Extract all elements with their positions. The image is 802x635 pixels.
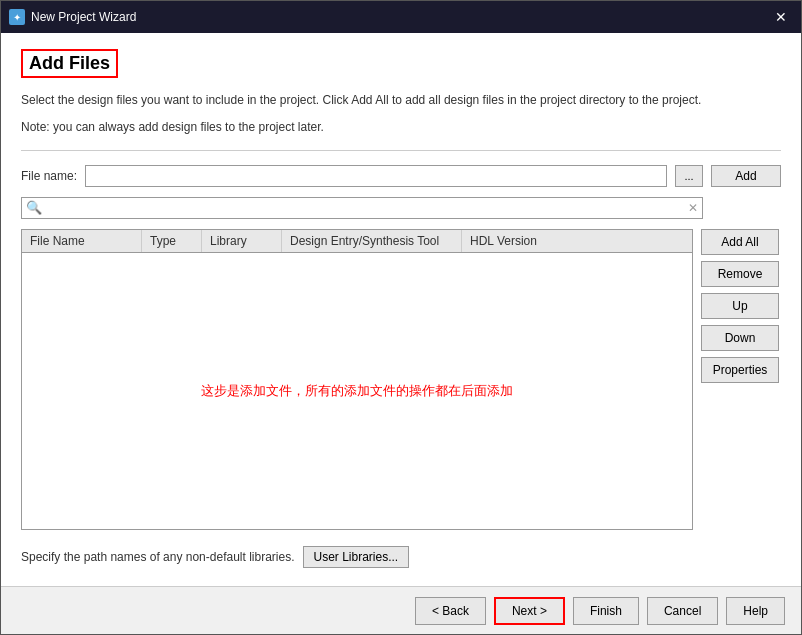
col-header-type: Type: [142, 230, 202, 252]
file-table: File Name Type Library Design Entry/Synt…: [21, 229, 693, 530]
section-header: Add Files: [21, 49, 781, 82]
user-libraries-button[interactable]: User Libraries...: [303, 546, 410, 568]
browse-button[interactable]: ...: [675, 165, 703, 187]
search-wrapper: 🔍 ✕: [21, 197, 703, 219]
col-header-library: Library: [202, 230, 282, 252]
description2: Note: you can always add design files to…: [21, 119, 781, 136]
search-input[interactable]: [46, 198, 688, 218]
empty-table-message: 这步是添加文件，所有的添加文件的操作都在后面添加: [201, 382, 513, 400]
table-body: 这步是添加文件，所有的添加文件的操作都在后面添加: [22, 253, 692, 529]
remove-button[interactable]: Remove: [701, 261, 779, 287]
description1: Select the design files you want to incl…: [21, 92, 781, 109]
title-bar-left: ✦ New Project Wizard: [9, 9, 136, 25]
right-button-panel: Add All Remove Up Down Properties: [701, 229, 781, 530]
add-button[interactable]: Add: [711, 165, 781, 187]
file-name-row: File name: ... Add: [21, 165, 781, 187]
col-header-design: Design Entry/Synthesis Tool: [282, 230, 462, 252]
libraries-description: Specify the path names of any non-defaul…: [21, 550, 295, 564]
back-button[interactable]: < Back: [415, 597, 486, 625]
add-all-button[interactable]: Add All: [701, 229, 779, 255]
col-header-hdl: HDL Version: [462, 230, 562, 252]
window-title: New Project Wizard: [31, 10, 136, 24]
search-icon: 🔍: [26, 200, 42, 215]
clear-search-icon[interactable]: ✕: [688, 201, 698, 215]
main-content-area: File Name Type Library Design Entry/Synt…: [21, 229, 781, 530]
content-area: Add Files Select the design files you wa…: [1, 33, 801, 586]
section-title: Add Files: [21, 49, 118, 78]
file-name-input[interactable]: [85, 165, 667, 187]
main-window: ✦ New Project Wizard ✕ Add Files Select …: [0, 0, 802, 635]
finish-button[interactable]: Finish: [573, 597, 639, 625]
help-button[interactable]: Help: [726, 597, 785, 625]
file-label: File name:: [21, 169, 77, 183]
table-header: File Name Type Library Design Entry/Synt…: [22, 230, 692, 253]
footer: < Back Next > Finish Cancel Help: [1, 586, 801, 634]
title-bar: ✦ New Project Wizard ✕: [1, 1, 801, 33]
bottom-area: Specify the path names of any non-defaul…: [21, 540, 781, 570]
properties-button[interactable]: Properties: [701, 357, 779, 383]
next-button[interactable]: Next >: [494, 597, 565, 625]
search-row: 🔍 ✕: [21, 197, 781, 219]
app-icon: ✦: [9, 9, 25, 25]
down-button[interactable]: Down: [701, 325, 779, 351]
separator: [21, 150, 781, 151]
col-header-filename: File Name: [22, 230, 142, 252]
cancel-button[interactable]: Cancel: [647, 597, 718, 625]
close-button[interactable]: ✕: [769, 7, 793, 27]
up-button[interactable]: Up: [701, 293, 779, 319]
